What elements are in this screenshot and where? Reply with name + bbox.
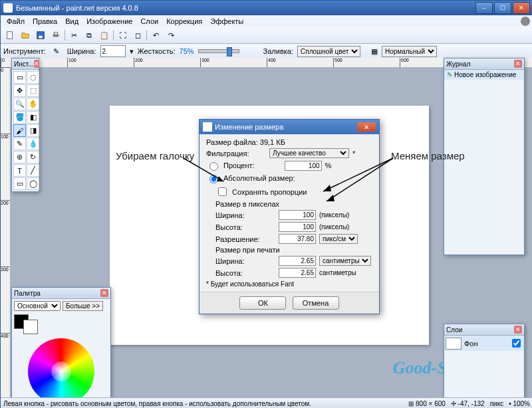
height-unit: (пикселы) <box>319 223 349 231</box>
main-toolbar: ✂ ⧉ 📋 ⛶ ◻ ↶ ↷ <box>1 27 532 44</box>
redo-icon[interactable]: ↷ <box>164 29 178 42</box>
titlebar: Безымянный - paint.net версия 4.0.8 – ☐ … <box>1 1 532 15</box>
tool-move[interactable]: ✥ <box>13 84 26 97</box>
maximize-button[interactable]: ☐ <box>494 2 511 14</box>
history-item[interactable]: ✎Новое изображение <box>444 70 524 80</box>
crop-icon[interactable]: ⛶ <box>116 29 129 42</box>
hardness-slider[interactable] <box>198 49 239 53</box>
tool-lasso[interactable]: ◌ <box>27 71 39 84</box>
tool-eraser[interactable]: ◨ <box>27 124 39 137</box>
tool-brush[interactable]: 🖌 <box>13 124 26 137</box>
tool-picker[interactable]: 💧 <box>27 138 39 150</box>
fill-select[interactable]: Сплошной цвет <box>297 46 360 57</box>
ok-button[interactable]: ОК <box>239 296 286 310</box>
percent-input[interactable] <box>285 161 322 171</box>
open-icon[interactable] <box>19 29 32 42</box>
options-bar: Инструмент: ✎ Ширина: ▾ Жесткость: 75% З… <box>1 44 532 59</box>
status-unit: пикс <box>490 400 504 407</box>
close-icon[interactable]: ✕ <box>34 60 39 68</box>
svg-rect-2 <box>39 36 42 39</box>
aspect-label: Сохранять пропорции <box>232 188 307 196</box>
filter-select[interactable]: Лучшее качество <box>269 148 349 158</box>
gear-icon[interactable] <box>521 17 530 26</box>
layer-visible-checkbox[interactable] <box>512 339 521 348</box>
layer-item[interactable]: Фон <box>444 336 524 351</box>
print-icon[interactable] <box>49 29 63 42</box>
menu-view[interactable]: Вид <box>62 17 82 26</box>
absolute-label: Абсолютный размер: <box>223 174 295 182</box>
deselect-icon[interactable]: ◻ <box>131 29 144 42</box>
filter-label: Фильтрация: <box>206 150 266 157</box>
print-section-label: Размер при печати <box>215 246 372 254</box>
layer-name: Фон <box>464 340 478 348</box>
new-icon[interactable] <box>3 29 17 42</box>
statusbar: Левая кнопка - рисовать основным цветом,… <box>1 397 532 408</box>
more-button[interactable]: Больше >> <box>63 301 103 311</box>
tool-pencil[interactable]: ✎ <box>13 138 26 150</box>
tool-clone[interactable]: ⊛ <box>13 151 26 163</box>
tool-zoom[interactable]: 🔍 <box>13 98 26 110</box>
tool-move-sel[interactable]: ⬚ <box>27 84 39 97</box>
blend-select[interactable]: Нормальный <box>382 46 437 57</box>
tool-gradient[interactable]: ◧ <box>27 111 39 124</box>
res-unit-select[interactable]: пикс/см <box>319 234 358 244</box>
tool-rect[interactable]: ▭ <box>13 177 26 190</box>
tool-text[interactable]: T <box>13 164 26 177</box>
copy-icon[interactable]: ⧉ <box>82 29 96 42</box>
hardness-label: Жесткость: <box>138 47 176 55</box>
brush-width-input[interactable] <box>100 45 126 57</box>
status-hint: Левая кнопка - рисовать основным цветом,… <box>3 400 408 407</box>
dialog-title-text: Изменение размера <box>215 123 283 131</box>
tool-pan[interactable]: ✋ <box>27 98 39 110</box>
menu-edit[interactable]: Правка <box>29 17 61 26</box>
res-input[interactable] <box>279 234 316 244</box>
cancel-button[interactable]: Отмена <box>293 296 339 310</box>
tools-panel-title: Инст... <box>14 60 34 68</box>
width-input[interactable] <box>279 210 316 220</box>
tool-fill[interactable]: 🪣 <box>13 111 26 124</box>
undo-icon[interactable]: ↶ <box>149 29 162 42</box>
tool-line[interactable]: ╱ <box>27 164 39 177</box>
aspect-checkbox[interactable] <box>218 187 227 196</box>
color-wheel[interactable] <box>28 338 94 405</box>
close-icon[interactable]: ✕ <box>100 289 108 297</box>
ruler-vertical: 0100200300400500 <box>1 67 11 398</box>
tool-recolor[interactable]: ↻ <box>27 151 39 163</box>
tools-panel: Инст...✕ ▭ ◌ ✥ ⬚ 🔍 ✋ 🪣 ◧ 🖌 ◨ ✎ 💧 ⊛ ↻ T ╱… <box>11 58 39 192</box>
res-label: Разрешение: <box>215 235 275 243</box>
paste-icon[interactable]: 📋 <box>98 29 111 42</box>
menu-file[interactable]: Файл <box>3 17 28 26</box>
menu-image[interactable]: Изображение <box>83 17 136 26</box>
dialog-icon <box>203 122 212 132</box>
tool-rect-select[interactable]: ▭ <box>13 71 26 84</box>
layer-thumb <box>446 338 462 350</box>
resize-dialog: Изменение размера ✕ Размер файла: 39,1 К… <box>199 119 380 314</box>
svg-rect-0 <box>7 32 13 39</box>
pwidth-unit-select[interactable]: сантиметры <box>319 256 371 266</box>
save-icon[interactable] <box>34 29 47 42</box>
secondary-swatch[interactable] <box>23 320 38 334</box>
tool-ellipse[interactable]: ◯ <box>27 177 39 190</box>
pwidth-label: Ширина: <box>215 257 275 265</box>
current-tool-icon[interactable]: ✎ <box>50 45 63 58</box>
history-panel-title: Журнал <box>446 60 471 68</box>
pwidth-input[interactable] <box>279 256 316 266</box>
height-input[interactable] <box>279 222 316 232</box>
menu-effects[interactable]: Эффекты <box>207 17 247 26</box>
app-icon <box>3 3 13 13</box>
layers-panel: Слои✕ Фон <box>444 324 525 398</box>
absolute-radio[interactable] <box>209 175 218 183</box>
close-icon[interactable]: ✕ <box>514 326 522 334</box>
minimize-button[interactable]: – <box>475 2 493 14</box>
menu-layers[interactable]: Слои <box>137 17 162 26</box>
close-button[interactable]: ✕ <box>513 2 530 14</box>
percent-radio[interactable] <box>209 162 218 171</box>
dialog-close-button[interactable]: ✕ <box>357 122 376 132</box>
close-icon[interactable]: ✕ <box>514 60 522 68</box>
cut-icon[interactable]: ✂ <box>67 29 80 42</box>
menubar: Файл Правка Вид Изображение Слои Коррекц… <box>1 15 532 27</box>
color-mode-select[interactable]: Основной <box>14 301 61 311</box>
pheight-input[interactable] <box>279 268 316 278</box>
menu-adjust[interactable]: Коррекция <box>163 17 205 26</box>
width-unit: (пикселы) <box>319 211 349 219</box>
